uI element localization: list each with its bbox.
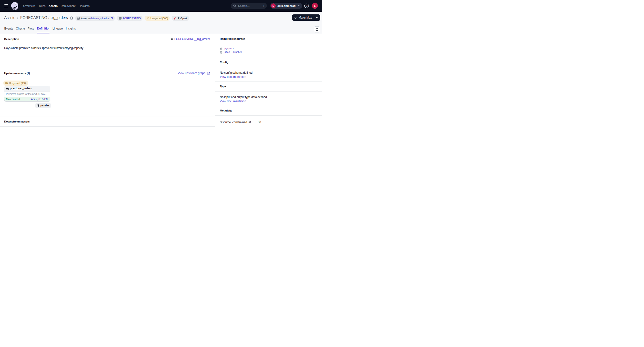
svg-text:?: ? [306, 4, 308, 7]
